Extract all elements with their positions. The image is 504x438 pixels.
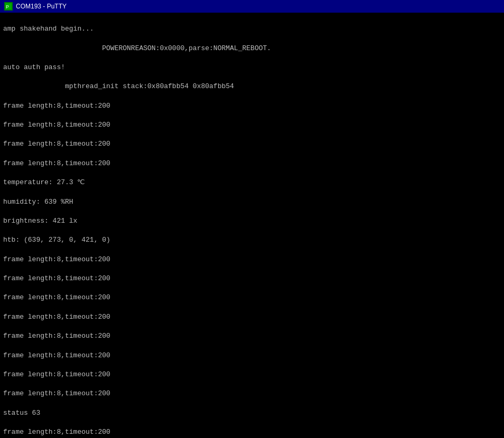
terminal-line: status 63	[3, 408, 501, 418]
terminal-line: mpthread_init stack:0x80afbb54 0x80afbb5…	[3, 82, 501, 91]
svg-text:P: P	[6, 4, 9, 9]
terminal-line: frame length:8,timeout:200	[3, 312, 501, 322]
terminal-line: frame length:8,timeout:200	[3, 159, 501, 168]
terminal-line: frame length:8,timeout:200	[3, 101, 501, 111]
terminal-line: frame length:8,timeout:200	[3, 370, 501, 379]
terminal-line: frame length:8,timeout:200	[3, 255, 501, 264]
terminal-line: frame length:8,timeout:200	[3, 389, 501, 398]
terminal-line: amp shakehand begin...	[3, 24, 501, 34]
terminal-line: frame length:8,timeout:200	[3, 274, 501, 283]
terminal-line: frame length:8,timeout:200	[3, 351, 501, 360]
terminal-line: temperature: 27.3 ℃	[3, 178, 501, 187]
terminal-line: htb: (639, 273, 0, 421, 0)	[3, 235, 501, 245]
title-bar-text: COM193 - PuTTY	[16, 3, 500, 10]
terminal[interactable]: amp shakehand begin... POWERONREASON:0x0…	[0, 13, 504, 438]
terminal-line: frame length:8,timeout:200	[3, 139, 501, 149]
title-bar: P COM193 - PuTTY	[0, 0, 504, 13]
terminal-line: brightness: 421 lx	[3, 216, 501, 226]
terminal-line: auto auth pass!	[3, 63, 501, 72]
terminal-line: frame length:8,timeout:200	[3, 331, 501, 341]
terminal-line: frame length:8,timeout:200	[3, 427, 501, 437]
terminal-line: POWERONREASON:0x0000,parse:NORMAL_REBOOT…	[3, 44, 501, 53]
terminal-line: frame length:8,timeout:200	[3, 293, 501, 302]
terminal-line: frame length:8,timeout:200	[3, 120, 501, 130]
putty-icon: P	[4, 2, 13, 11]
terminal-line: humidity: 639 %RH	[3, 197, 501, 207]
